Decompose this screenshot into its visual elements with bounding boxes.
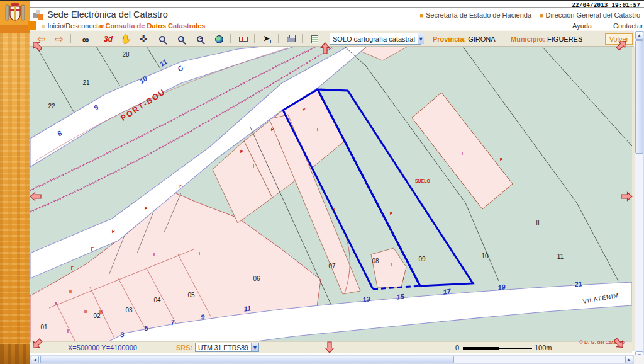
zoom-in-icon: + <box>178 36 184 42</box>
pan-hand-button[interactable]: ✋ <box>118 33 133 45</box>
vertical-scrollbar-thumb[interactable] <box>635 40 643 154</box>
municipio-value: FIGUERES <box>547 35 582 43</box>
search-button[interactable]: ∞ <box>78 33 93 45</box>
link-direccion-general[interactable]: Dirección General del Catastro <box>546 11 640 19</box>
parcel-number-label: 04 <box>153 297 161 304</box>
cadastral-mark-label: P <box>145 207 148 211</box>
scroll-up-button[interactable]: ▲ <box>635 31 643 40</box>
date-bar: 22/04/2013 19:01:57 <box>30 1 644 8</box>
scale-bar-segment <box>463 347 499 350</box>
info-cursor-icon: ➤i <box>264 34 271 44</box>
cadastral-mark-label: P <box>303 107 306 111</box>
coordinates-readout: X=500000 Y=4100000 <box>68 344 137 351</box>
srs-select[interactable]: UTM 31 ETRS89 ▼ <box>195 343 259 352</box>
parcel-number-label: 28 <box>122 51 130 58</box>
globe-icon <box>215 35 223 43</box>
pan-up-right-button[interactable] <box>614 38 629 53</box>
cadastral-mark-label: SUELO <box>415 179 431 183</box>
srs-select-value: UTM 31 ETRS89 <box>196 344 251 351</box>
pan-right-icon <box>621 193 632 201</box>
pan-down-right-icon <box>613 337 626 350</box>
pan-down-icon <box>326 342 334 353</box>
municipio-label: Municipio: <box>511 35 545 43</box>
pan-down-left-button[interactable] <box>30 336 45 351</box>
cadastral-mark-label: I <box>199 251 200 256</box>
scroll-left-button[interactable]: ◄ <box>31 356 39 363</box>
layer-select-value: SOLO cartografía catastral <box>330 35 418 43</box>
bullet-icon: ■ <box>540 13 543 19</box>
pan-down-button[interactable] <box>322 339 337 355</box>
street-number-label: 21 <box>574 280 583 288</box>
view-3d-button[interactable]: 3d <box>101 33 116 45</box>
ruler-icon <box>239 37 248 42</box>
world-extent-button[interactable] <box>211 33 226 45</box>
menu-item-contactar[interactable]: Contactar <box>613 22 643 30</box>
cadastral-map[interactable]: 2122280102030405060708091011II891011C.35… <box>30 47 632 351</box>
toolbar-separator <box>254 34 255 43</box>
toolbar-separator <box>230 34 231 43</box>
chevron-down-icon[interactable]: ▼ <box>251 343 258 351</box>
parcel-number-label: 21 <box>82 79 90 86</box>
cadastral-mark-label: III <box>99 310 103 314</box>
pan-down-left-icon <box>30 338 43 351</box>
pan-up-left-button[interactable] <box>30 38 45 54</box>
menu-accent-square <box>28 21 36 30</box>
link-secretaria[interactable]: Secretaría de Estado de Hacienda <box>426 11 531 19</box>
measure-button[interactable] <box>235 33 252 45</box>
cadastral-mark-label: F <box>71 266 74 270</box>
parcel-number-label: 22 <box>48 103 55 110</box>
document-icon <box>311 35 318 43</box>
scroll-right-button[interactable]: ► <box>625 356 633 363</box>
parcel-number-label: 08 <box>372 258 379 264</box>
spain-coat-of-arms-logo <box>0 1 30 25</box>
cadastral-mark-label: I <box>391 263 392 267</box>
parcel-number-label: 11 <box>557 253 564 260</box>
menu-item-consulta-datos[interactable]: ■Consulta de Datos Catastrales <box>99 22 205 30</box>
zoom-window-button[interactable] <box>155 33 170 45</box>
pan-down-right-button[interactable] <box>611 336 626 351</box>
header-links: ■Secretaría de Estado de Hacienda ■Direc… <box>413 11 640 19</box>
parcel-number-label: 01 <box>40 324 48 331</box>
vertical-scrollbar[interactable]: ▲ ▼ <box>635 31 644 360</box>
pan-up-button[interactable] <box>318 41 333 56</box>
scale-bar-segment <box>499 348 532 349</box>
pan-right-button[interactable] <box>619 189 634 204</box>
provincia-label: Provincia: <box>433 35 466 43</box>
horizontal-scrollbar-thumb[interactable] <box>40 356 454 363</box>
street-number-label: 13 <box>362 295 371 304</box>
zoom-in-button[interactable]: + <box>174 33 189 45</box>
forward-arrow-icon: ⇨ <box>55 33 64 45</box>
left-decor-column <box>0 1 30 364</box>
toolbar-separator <box>278 34 279 43</box>
zoom-out-button[interactable]: − <box>192 33 208 45</box>
menu-item-ayuda[interactable]: Ayuda <box>572 22 592 30</box>
menu-item-inicio-desconectar[interactable]: ■Inicio/Desconectar <box>42 22 104 30</box>
zoom-window-icon <box>159 36 165 42</box>
srs-label: SRS: <box>176 344 192 351</box>
cadastral-mark-label: P <box>500 157 503 162</box>
print-button[interactable] <box>283 33 299 45</box>
municipio-field: Municipio: FIGUERES <box>511 35 582 43</box>
cadastral-mark-label: III <box>84 309 87 314</box>
printer-icon <box>287 37 296 42</box>
chevron-down-icon[interactable]: ▼ <box>418 33 424 44</box>
catastro-logo-icon <box>33 9 43 20</box>
move-button[interactable]: ✜ <box>136 33 151 45</box>
forward-button[interactable]: ⇨ <box>52 33 67 45</box>
cadastral-mark-label: I <box>253 164 254 168</box>
horizontal-scrollbar[interactable]: ◄ ► <box>30 355 634 364</box>
info-pointer-button[interactable]: ➤i <box>259 33 275 45</box>
cadastral-mark-label: P <box>112 229 115 234</box>
cadastral-mark-label: P <box>240 149 243 154</box>
cadastral-mark-label: I <box>55 301 57 305</box>
menu-bar: ■Inicio/Desconectar ■Consulta de Datos C… <box>30 22 644 30</box>
header-bar: Sede Electrónica del Catastro ■Secretarí… <box>30 8 644 21</box>
pan-left-button[interactable] <box>28 189 43 204</box>
binoculars-icon: ∞ <box>82 34 89 45</box>
parcel-number-label: 05 <box>187 292 195 299</box>
parcel-number-label: 06 <box>253 275 260 282</box>
parcel-number-label: 03 <box>125 307 133 314</box>
layer-select[interactable]: SOLO cartografía catastral ▼ <box>330 33 421 45</box>
cadastral-mark-label: I <box>334 207 335 212</box>
pan-up-right-icon <box>615 38 628 52</box>
